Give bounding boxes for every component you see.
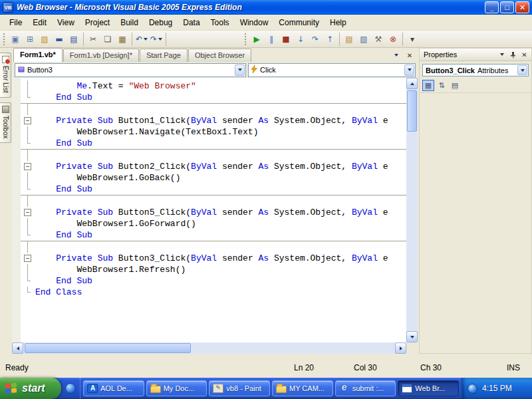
maximize-button[interactable]: □ <box>500 1 514 13</box>
step-into-icon[interactable]: ↓ <box>293 32 308 47</box>
close-document-icon[interactable]: ✕ <box>404 50 415 61</box>
menu-item-view[interactable]: View <box>52 15 80 30</box>
tray-icon[interactable] <box>467 384 477 394</box>
outline-margin[interactable] <box>21 104 35 115</box>
menu-item-project[interactable]: Project <box>80 15 115 30</box>
menu-item-data[interactable]: Data <box>178 15 205 30</box>
start-debug-icon[interactable]: ▶ <box>249 32 264 47</box>
break-all-icon[interactable]: ∥ <box>264 32 279 47</box>
solution-explorer-icon[interactable]: ▤ <box>342 32 356 47</box>
save-icon[interactable]: ▬ <box>52 32 66 47</box>
sidebar-tab-toolbox[interactable]: Toolbox <box>0 102 11 143</box>
chevron-down-icon[interactable] <box>144 38 148 41</box>
menu-item-build[interactable]: Build <box>115 15 144 30</box>
taskbar-task-aol-de[interactable]: AOL De... <box>83 380 144 396</box>
outline-margin[interactable] <box>21 241 35 253</box>
outline-margin[interactable] <box>21 264 35 275</box>
property-pages-icon[interactable]: ▤ <box>449 80 461 91</box>
outline-margin[interactable] <box>21 287 35 298</box>
menu-item-debug[interactable]: Debug <box>144 15 178 30</box>
add-new-item-icon[interactable]: ⊞ <box>23 32 37 47</box>
outline-margin[interactable] <box>21 196 35 207</box>
toolbar-grip[interactable] <box>3 33 5 46</box>
tab-object-browser[interactable]: Object Browser <box>188 49 251 62</box>
toolbar-grip[interactable] <box>244 33 247 46</box>
outline-margin[interactable] <box>21 126 35 138</box>
chevron-down-icon[interactable] <box>158 38 162 41</box>
horizontal-scrollbar[interactable] <box>12 342 406 354</box>
menu-item-community[interactable]: Community <box>273 15 325 30</box>
step-over-icon[interactable]: ↷ <box>308 32 323 47</box>
toolbox-icon[interactable]: ⚒ <box>371 32 386 47</box>
chevron-down-icon[interactable] <box>517 65 527 75</box>
menu-item-tools[interactable]: Tools <box>205 15 235 30</box>
close-button[interactable]: ✕ <box>515 1 529 13</box>
save-all-icon[interactable]: ▤ <box>66 32 81 47</box>
cut-icon[interactable]: ✂ <box>86 32 100 47</box>
chevron-down-icon[interactable] <box>404 65 414 76</box>
sidebar-tab-error-list[interactable]: Error List <box>0 53 11 98</box>
outline-margin[interactable] <box>21 253 35 264</box>
properties-object-dropdown[interactable]: Button3_Click Attributes <box>422 64 529 76</box>
pin-icon[interactable] <box>508 50 518 59</box>
menu-item-edit[interactable]: Edit <box>27 15 52 30</box>
outline-margin[interactable] <box>21 92 35 103</box>
properties-list[interactable] <box>420 93 531 354</box>
outline-margin[interactable] <box>21 115 35 126</box>
new-project-icon[interactable]: ▣ <box>8 32 23 47</box>
taskbar-task-my-cam[interactable]: MY CAM... <box>272 380 333 396</box>
menu-item-help[interactable]: Help <box>325 15 352 30</box>
code-lines[interactable]: Me.Text = "Web Browser" End Sub Private … <box>21 80 406 342</box>
outline-margin[interactable] <box>21 161 35 172</box>
scroll-left-icon[interactable] <box>12 342 23 354</box>
events-dropdown[interactable]: Click <box>248 63 416 77</box>
outline-margin[interactable] <box>21 184 35 195</box>
alphabetical-icon[interactable]: ⇅ <box>436 80 448 91</box>
taskbar-task-submit[interactable]: submit :... <box>335 380 396 396</box>
menu-item-window[interactable]: Window <box>235 15 274 30</box>
stop-debug-icon[interactable]: ■ <box>279 32 293 47</box>
chevron-down-icon[interactable] <box>235 65 245 76</box>
outline-margin[interactable] <box>21 218 35 229</box>
categorized-icon[interactable]: ▦ <box>422 80 434 91</box>
properties-window-icon[interactable]: ▧ <box>356 32 371 47</box>
indicator-margin[interactable] <box>12 78 21 342</box>
minimize-button[interactable]: _ <box>485 1 499 13</box>
error-list-icon[interactable]: ⊗ <box>386 32 400 47</box>
scroll-up-icon[interactable] <box>406 78 418 89</box>
taskbar-task-vb8-paint[interactable]: vb8 - Paint <box>209 380 270 396</box>
outline-margin[interactable] <box>21 207 35 218</box>
outline-margin[interactable] <box>21 150 35 161</box>
step-out-icon[interactable]: ↑ <box>323 32 337 47</box>
quick-launch-icon[interactable] <box>65 383 76 394</box>
tab-form1-vb-design[interactable]: Form1.vb [Design]* <box>63 49 139 62</box>
scroll-right-icon[interactable] <box>395 342 406 354</box>
copy-icon[interactable]: ❏ <box>100 32 115 47</box>
undo-icon[interactable]: ↶ <box>134 32 149 47</box>
toolbar-options-icon[interactable]: ▾ <box>405 32 420 47</box>
code-editor[interactable]: Me.Text = "Web Browser" End Sub Private … <box>12 78 418 354</box>
open-file-icon[interactable]: ▨ <box>37 32 52 47</box>
outline-margin[interactable] <box>21 275 35 287</box>
taskbar-task-web-br[interactable]: Web Br... <box>398 380 459 396</box>
window-position-icon[interactable] <box>497 50 507 59</box>
outline-margin[interactable] <box>21 172 35 184</box>
horizontal-scrollbar-thumb[interactable] <box>25 343 191 353</box>
scroll-down-icon[interactable] <box>406 331 418 342</box>
app-icon[interactable]: VB <box>3 2 13 13</box>
outline-margin[interactable] <box>21 138 35 149</box>
close-panel-icon[interactable]: ✕ <box>519 50 529 59</box>
tab-start-page[interactable]: Start Page <box>140 49 188 62</box>
objects-dropdown[interactable]: Button3 <box>15 63 246 77</box>
taskbar-task-my-doc[interactable]: My Doc... <box>146 380 207 396</box>
paste-icon[interactable]: ▦ <box>115 32 130 47</box>
vertical-scrollbar-thumb[interactable] <box>407 90 417 132</box>
vertical-scrollbar[interactable] <box>406 78 418 342</box>
tab-form1-vb[interactable]: Form1.vb* <box>13 48 63 62</box>
tab-list-dropdown-icon[interactable] <box>391 50 402 61</box>
outline-margin[interactable] <box>21 229 35 241</box>
start-button[interactable]: start <box>0 378 61 399</box>
redo-icon[interactable]: ↷ <box>149 32 164 47</box>
menu-item-file[interactable]: File <box>4 15 27 30</box>
outline-margin[interactable] <box>21 80 35 92</box>
